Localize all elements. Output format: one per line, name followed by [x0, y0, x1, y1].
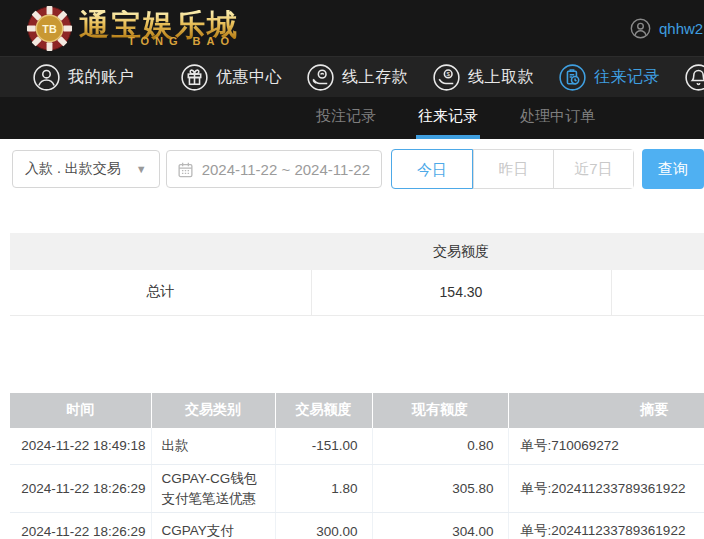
summary-total-row: 总计 154.30	[10, 270, 704, 315]
calendar-icon	[177, 161, 194, 178]
col-summary: 摘要	[508, 393, 704, 428]
site-subtitle: TONG BAO	[128, 36, 235, 47]
gift-icon	[181, 64, 208, 91]
nav-item-deposit[interactable]: 线上存款	[307, 64, 408, 91]
cell-type: CGPAY支付	[151, 513, 275, 539]
nav-item-records[interactable]: 往来记录	[559, 64, 660, 91]
today-button[interactable]: 今日	[391, 149, 473, 189]
svg-text:TB: TB	[42, 22, 57, 34]
cell-balance: 305.80	[372, 465, 508, 513]
cell-type: 出款	[151, 428, 275, 465]
records-icon	[559, 64, 586, 91]
cell-summary: 单号:202411233789361922	[508, 513, 704, 539]
transaction-type-select[interactable]: 入款 . 出款交易 ▼	[12, 150, 160, 188]
summary-total-value: 154.30	[311, 270, 611, 315]
summary-total-label: 总计	[10, 270, 311, 315]
cell-balance: 0.80	[372, 428, 508, 465]
search-button[interactable]: 查询	[642, 149, 704, 189]
cell-amount: 300.00	[275, 513, 372, 539]
last7days-button[interactable]: 近7日	[553, 150, 633, 188]
tab-processing-orders[interactable]: 处理中订单	[518, 97, 597, 139]
summary-table: 交易额度 总计 154.30	[10, 233, 704, 316]
cell-time: 2024-11-22 18:26:29	[10, 513, 151, 539]
cell-type: CGPAY-CG钱包支付笔笔送优惠	[151, 465, 275, 513]
nav-item-messages[interactable]: 信息	[685, 64, 704, 91]
cell-amount: -151.00	[275, 428, 372, 465]
bell-icon	[685, 64, 704, 91]
poker-chip-logo-icon: TB	[26, 5, 73, 52]
filter-bar: 入款 . 出款交易 ▼ 2024-11-22 ~ 2024-11-22 今日 昨…	[12, 149, 704, 189]
cell-summary: 单号:710069272	[508, 428, 704, 465]
table-row: 2024-11-22 18:26:29 CGPAY支付 300.00 304.0…	[10, 513, 704, 539]
cell-balance: 304.00	[372, 513, 508, 539]
summary-section: 交易额度 总计 154.30	[10, 233, 704, 316]
cell-time: 2024-11-22 18:26:29	[10, 465, 151, 513]
date-range-input[interactable]: 2024-11-22 ~ 2024-11-22	[166, 150, 382, 188]
nav-item-my-account[interactable]: 我的账户	[33, 64, 134, 91]
yesterday-button[interactable]: 昨日	[473, 150, 553, 188]
nav-item-promotions[interactable]: 优惠中心	[181, 64, 282, 91]
user-avatar-icon	[630, 18, 651, 39]
col-balance: 现有额度	[372, 393, 508, 428]
table-row: 2024-11-22 18:26:29 CGPAY-CG钱包支付笔笔送优惠 1.…	[10, 465, 704, 513]
withdraw-icon: $	[433, 64, 460, 91]
user-account[interactable]: qhhw2	[630, 0, 703, 56]
transactions-table: 时间 交易类别 交易额度 现有额度 摘要 2024-11-22 18:49:18…	[10, 393, 704, 539]
col-time: 时间	[10, 393, 151, 428]
transaction-type-value: 入款 . 出款交易	[25, 160, 121, 178]
tab-transaction-records[interactable]: 往来记录	[416, 97, 480, 139]
svg-text:$: $	[446, 70, 450, 77]
site-logo[interactable]: TB 通宝娱乐城 TONG BAO	[26, 5, 239, 52]
table-row: 2024-11-22 18:49:18 出款 -151.00 0.80 单号:7…	[10, 428, 704, 465]
user-icon	[33, 64, 60, 91]
summary-header-row: 交易额度	[10, 233, 704, 270]
nav-item-withdraw[interactable]: $ 线上取款	[433, 64, 534, 91]
records-subnav: 投注记录 往来记录 处理中订单	[0, 97, 704, 139]
tab-betting-records[interactable]: 投注记录	[314, 97, 378, 139]
cell-summary: 单号:202411233789361922	[508, 465, 704, 513]
cell-time: 2024-11-22 18:49:18	[10, 428, 151, 465]
deposit-icon	[307, 64, 334, 91]
main-nav: 我的账户 优惠中心 线上存款 $ 线上取款	[0, 56, 704, 97]
transactions-section: 时间 交易类别 交易额度 现有额度 摘要 2024-11-22 18:49:18…	[10, 393, 704, 539]
username: qhhw2	[659, 20, 703, 37]
date-range-value: 2024-11-22 ~ 2024-11-22	[202, 161, 370, 178]
cell-amount: 1.80	[275, 465, 372, 513]
col-type: 交易类别	[151, 393, 275, 428]
transactions-header-row: 时间 交易类别 交易额度 现有额度 摘要	[10, 393, 704, 428]
quick-date-group: 今日 昨日 近7日	[391, 149, 634, 189]
chevron-down-icon: ▼	[136, 163, 147, 175]
summary-amount-header: 交易额度	[311, 233, 611, 270]
topbar: TB 通宝娱乐城 TONG BAO qhhw2	[0, 0, 704, 56]
col-amount: 交易额度	[275, 393, 372, 428]
